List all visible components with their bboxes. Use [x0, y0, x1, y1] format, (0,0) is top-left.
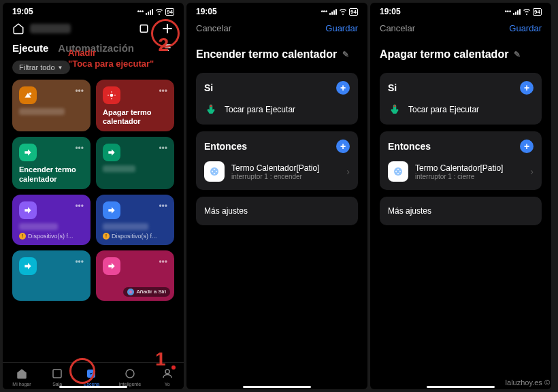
annotation-1: 1: [155, 348, 166, 370]
then-section: Entonces + Termo Calentador[Patio] inter…: [380, 131, 542, 190]
status-bar: 19:05 •••94: [370, 3, 551, 18]
more-settings-button[interactable]: Más ajustes: [196, 197, 358, 225]
then-section: Entonces + Termo Calentador[Patio] inter…: [196, 131, 358, 190]
action-row[interactable]: Termo Calentador[Patio] interruptor 1 : …: [388, 161, 534, 182]
save-button[interactable]: Guardar: [509, 23, 542, 33]
svg-point-21: [394, 105, 396, 107]
scene-grid: ••• ••• Apagar termo calentador ••• Ence…: [3, 80, 184, 301]
tab-execute[interactable]: Ejecute: [12, 42, 48, 55]
scene-title: Apagar termo calentador ✎: [370, 39, 551, 66]
scene-card[interactable]: •••: [12, 80, 91, 131]
if-label: Si: [388, 82, 397, 93]
if-label: Si: [204, 82, 213, 93]
add-to-siri-button[interactable]: Añadir a Siri: [123, 287, 170, 297]
scene-card[interactable]: ••• !Dispositivo(s) f...: [12, 195, 91, 245]
if-section: Si + Tocar para Ejecutar: [196, 73, 358, 125]
scene-card-encender[interactable]: ••• Encender termo calentador: [12, 137, 91, 189]
then-label: Entonces: [388, 141, 431, 152]
status-bar: 19:05 ••• 94: [3, 3, 184, 18]
cancel-button[interactable]: Cancelar: [380, 23, 415, 33]
status-bar: 19:05 •••94: [186, 3, 367, 18]
tap-icon: [388, 103, 401, 116]
status-icons: ••• 94: [137, 8, 174, 16]
condition-row[interactable]: Tocar para Ejecutar: [388, 103, 534, 116]
annotation-circle-1: [69, 358, 95, 384]
more-settings-button[interactable]: Más ajustes: [380, 197, 542, 225]
scene-card[interactable]: •••: [96, 137, 174, 189]
device-icon: [388, 161, 408, 182]
save-button[interactable]: Guardar: [325, 23, 358, 33]
home-icon[interactable]: [12, 22, 24, 35]
add-action-button[interactable]: +: [520, 140, 534, 153]
cancel-button[interactable]: Cancelar: [196, 23, 231, 33]
screen-1-scenes-list: 19:05 ••• 94 Ejecute Automatización Filt…: [3, 3, 184, 389]
filter-button[interactable]: Filtrar todo ▼: [12, 61, 70, 74]
if-section: Si + Tocar para Ejecutar: [380, 73, 542, 125]
svg-rect-15: [53, 370, 61, 378]
tap-icon: [204, 103, 218, 116]
scene-card[interactable]: ••• !Dispositivo(s) f...: [96, 195, 174, 245]
scene-title: Encender termo calentador ✎: [186, 39, 367, 66]
edit-title-icon[interactable]: ✎: [342, 50, 349, 59]
nav-room[interactable]: Sala: [50, 367, 64, 387]
battery-level: 94: [165, 8, 174, 16]
then-label: Entonces: [204, 141, 247, 152]
edit-title-icon[interactable]: ✎: [514, 50, 521, 59]
nav-smart[interactable]: Inteligente: [119, 367, 141, 387]
status-time: 19:05: [12, 7, 33, 16]
annotation-circle-2: [151, 19, 180, 48]
action-row[interactable]: Termo Calentador[Patio] interruptor 1 : …: [204, 161, 350, 182]
screen-3-apagar: 19:05 •••94 Cancelar Guardar Apagar term…: [370, 3, 551, 389]
svg-point-10: [110, 94, 114, 97]
add-condition-button[interactable]: +: [336, 81, 350, 95]
svg-point-19: [210, 105, 212, 107]
svg-point-9: [29, 93, 32, 95]
annotation-add: Añadir "Toca para ejecutar": [68, 48, 154, 69]
scene-card[interactable]: •••: [12, 250, 91, 301]
add-action-button[interactable]: +: [336, 140, 350, 153]
svg-point-17: [126, 370, 134, 378]
svg-rect-0: [140, 25, 148, 33]
scene-card-apagar[interactable]: ••• Apagar termo calentador: [96, 80, 174, 131]
chevron-right-icon: ›: [530, 166, 534, 177]
add-condition-button[interactable]: +: [520, 81, 534, 95]
device-icon: [204, 161, 225, 182]
menu-icon[interactable]: [139, 22, 151, 35]
condition-row[interactable]: Tocar para Ejecutar: [204, 103, 350, 116]
chevron-right-icon: ›: [346, 166, 350, 177]
scene-card[interactable]: ••• Añadir a Siri: [96, 250, 174, 301]
screen-2-encender: 19:05 •••94 Cancelar Guardar Encender te…: [186, 3, 367, 389]
watermark: laluzhoy.es ©: [506, 378, 550, 387]
nav-home[interactable]: Mi hogar: [12, 367, 31, 387]
